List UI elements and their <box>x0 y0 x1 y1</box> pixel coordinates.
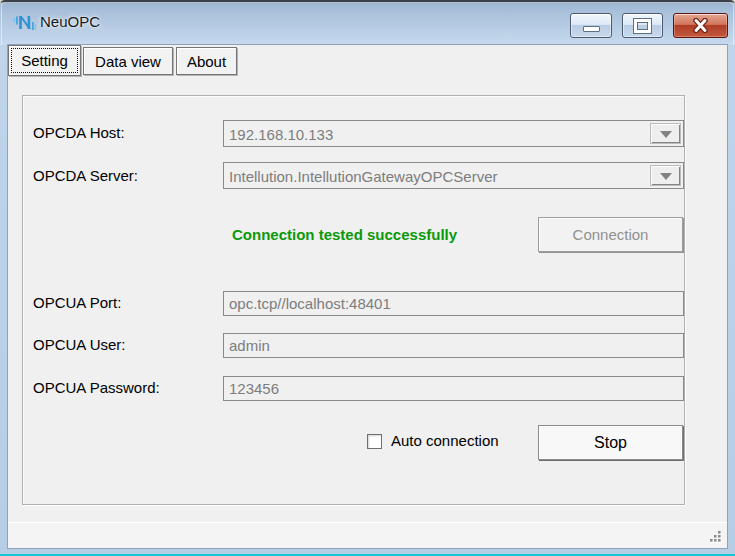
opcda-host-dropdown-button[interactable] <box>650 123 681 144</box>
chevron-down-icon <box>660 173 672 180</box>
tab-data-view-label: Data view <box>95 53 161 70</box>
tab-about-label: About <box>187 53 226 70</box>
opcda-host-value: 192.168.10.133 <box>229 125 333 142</box>
opcda-server-label: OPCDA Server: <box>33 167 138 185</box>
minimize-icon <box>583 26 600 32</box>
status-bar <box>8 522 727 548</box>
close-icon <box>692 18 709 33</box>
tab-data-view[interactable]: Data view <box>83 47 173 75</box>
opcua-port-input[interactable] <box>223 291 684 316</box>
tab-about[interactable]: About <box>176 47 237 75</box>
maximize-icon <box>634 19 651 33</box>
maximize-button[interactable] <box>622 13 663 38</box>
opcua-password-input[interactable] <box>223 376 684 401</box>
titlebar[interactable]: NeuOPC <box>0 0 735 45</box>
tab-setting-label: Setting <box>21 52 68 69</box>
resize-grip[interactable] <box>709 530 723 544</box>
auto-connection-label: Auto connection <box>391 432 499 450</box>
auto-connection-checkbox[interactable] <box>367 434 382 449</box>
stop-button-label: Stop <box>594 434 627 452</box>
close-button[interactable] <box>673 13 728 38</box>
connection-button[interactable]: Connection <box>538 217 683 252</box>
window-title: NeuOPC <box>40 13 100 30</box>
resize-grip-icon <box>709 530 723 544</box>
opcua-port-label: OPCUA Port: <box>33 294 121 312</box>
stop-button[interactable]: Stop <box>538 425 683 460</box>
opcda-server-combobox[interactable]: Intellution.IntellutionGatewayOPCServer <box>223 162 684 189</box>
client-area: Setting Data view About OPCDA Host: 192.… <box>8 45 727 548</box>
opcda-server-value: Intellution.IntellutionGatewayOPCServer <box>229 167 497 184</box>
opcda-server-dropdown-button[interactable] <box>650 165 681 186</box>
app-window: NeuOPC Setting Data view About OPCDA Hos… <box>0 0 735 556</box>
app-logo-icon <box>13 15 37 33</box>
opcua-password-label: OPCUA Password: <box>33 379 160 397</box>
tab-setting[interactable]: Setting <box>8 45 81 76</box>
connection-status-text: Connection tested successfully <box>232 226 457 243</box>
chevron-down-icon <box>660 131 672 138</box>
minimize-button[interactable] <box>570 13 612 38</box>
opcda-host-label: OPCDA Host: <box>33 124 125 142</box>
opcda-host-combobox[interactable]: 192.168.10.133 <box>223 120 684 147</box>
opcua-user-input[interactable] <box>223 333 684 358</box>
opcua-user-label: OPCUA User: <box>33 336 126 354</box>
connection-button-label: Connection <box>573 226 649 243</box>
